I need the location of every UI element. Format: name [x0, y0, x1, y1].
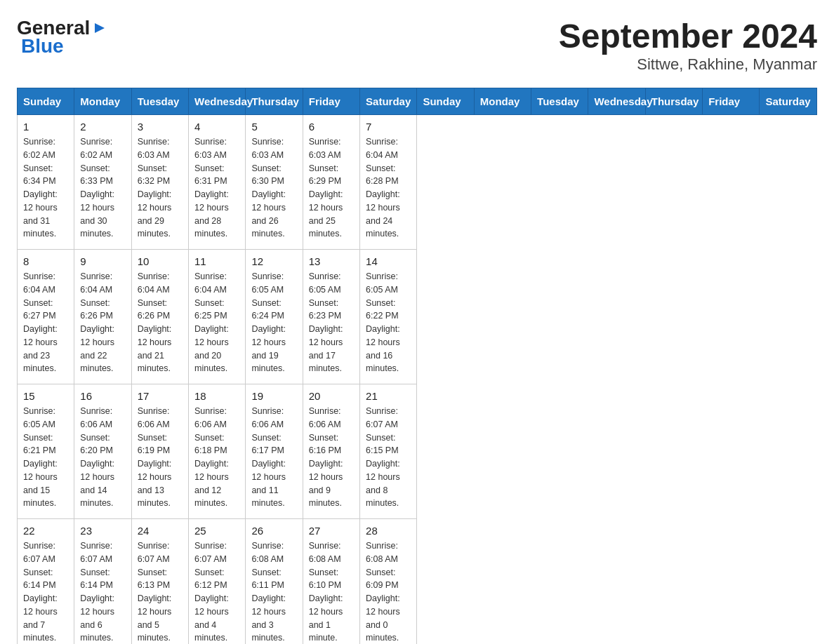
- calendar-cell: 11Sunrise: 6:04 AMSunset: 6:25 PMDayligh…: [189, 250, 246, 384]
- svg-marker-0: [95, 23, 105, 33]
- day-number: 16: [80, 390, 125, 402]
- calendar-cell: 7Sunrise: 6:04 AMSunset: 6:28 PMDaylight…: [360, 115, 417, 250]
- column-header-wednesday: Wednesday: [189, 88, 246, 115]
- day-info: Sunrise: 6:06 AMSunset: 6:18 PMDaylight:…: [194, 405, 239, 510]
- calendar-cell: 27Sunrise: 6:08 AMSunset: 6:10 PMDayligh…: [303, 519, 359, 645]
- day-info: Sunrise: 6:02 AMSunset: 6:34 PMDaylight:…: [23, 135, 68, 241]
- column-header-thursday: Thursday: [645, 88, 702, 115]
- day-number: 12: [251, 255, 296, 267]
- day-number: 13: [309, 255, 354, 267]
- day-info: Sunrise: 6:08 AMSunset: 6:10 PMDaylight:…: [309, 539, 354, 644]
- day-number: 26: [251, 525, 296, 537]
- column-header-friday: Friday: [703, 88, 760, 115]
- day-number: 28: [366, 525, 411, 537]
- day-number: 3: [138, 121, 183, 133]
- day-info: Sunrise: 6:03 AMSunset: 6:32 PMDaylight:…: [138, 135, 183, 241]
- calendar-cell: 4Sunrise: 6:03 AMSunset: 6:31 PMDaylight…: [189, 115, 246, 250]
- calendar-cell: 19Sunrise: 6:06 AMSunset: 6:17 PMDayligh…: [246, 384, 303, 519]
- calendar-cell: 22Sunrise: 6:07 AMSunset: 6:14 PMDayligh…: [18, 519, 74, 645]
- title-block: September 2024 Sittwe, Rakhine, Myanmar: [559, 17, 817, 74]
- column-header-saturday: Saturday: [360, 88, 417, 115]
- day-number: 27: [309, 525, 354, 537]
- calendar-cell: 3Sunrise: 6:03 AMSunset: 6:32 PMDaylight…: [131, 115, 188, 250]
- calendar-cell: 16Sunrise: 6:06 AMSunset: 6:20 PMDayligh…: [74, 384, 131, 519]
- day-info: Sunrise: 6:02 AMSunset: 6:33 PMDaylight:…: [80, 135, 125, 241]
- column-header-tuesday: Tuesday: [531, 88, 588, 115]
- day-number: 19: [251, 390, 296, 402]
- calendar-cell: 8Sunrise: 6:04 AMSunset: 6:27 PMDaylight…: [18, 250, 74, 384]
- day-number: 18: [194, 390, 239, 402]
- day-info: Sunrise: 6:06 AMSunset: 6:16 PMDaylight:…: [309, 405, 354, 510]
- day-number: 17: [138, 390, 183, 402]
- logo: General Blue: [17, 17, 107, 58]
- column-header-wednesday: Wednesday: [588, 88, 645, 115]
- day-info: Sunrise: 6:04 AMSunset: 6:25 PMDaylight:…: [194, 270, 239, 375]
- calendar-cell: 17Sunrise: 6:06 AMSunset: 6:19 PMDayligh…: [131, 384, 188, 519]
- calendar-week-row: 1Sunrise: 6:02 AMSunset: 6:34 PMDaylight…: [18, 115, 817, 250]
- page-title: September 2024: [559, 17, 817, 55]
- day-info: Sunrise: 6:04 AMSunset: 6:27 PMDaylight:…: [23, 270, 68, 375]
- day-info: Sunrise: 6:05 AMSunset: 6:22 PMDaylight:…: [366, 270, 411, 375]
- logo-blue-text: Blue: [21, 35, 64, 58]
- day-info: Sunrise: 6:04 AMSunset: 6:28 PMDaylight:…: [366, 135, 411, 241]
- day-number: 2: [80, 121, 125, 133]
- calendar-cell: 25Sunrise: 6:07 AMSunset: 6:12 PMDayligh…: [189, 519, 246, 645]
- day-info: Sunrise: 6:05 AMSunset: 6:21 PMDaylight:…: [23, 405, 68, 510]
- day-info: Sunrise: 6:06 AMSunset: 6:19 PMDaylight:…: [138, 405, 183, 510]
- calendar-week-row: 15Sunrise: 6:05 AMSunset: 6:21 PMDayligh…: [18, 384, 817, 519]
- day-number: 22: [23, 525, 68, 537]
- column-header-monday: Monday: [474, 88, 531, 115]
- day-number: 9: [80, 255, 125, 267]
- calendar-cell: 23Sunrise: 6:07 AMSunset: 6:14 PMDayligh…: [74, 519, 131, 645]
- day-info: Sunrise: 6:03 AMSunset: 6:31 PMDaylight:…: [194, 135, 239, 241]
- calendar-cell: 24Sunrise: 6:07 AMSunset: 6:13 PMDayligh…: [131, 519, 188, 645]
- logo-arrow-icon: [92, 20, 107, 39]
- column-header-sunday: Sunday: [417, 88, 474, 115]
- calendar-cell: 28Sunrise: 6:08 AMSunset: 6:09 PMDayligh…: [360, 519, 417, 645]
- day-info: Sunrise: 6:07 AMSunset: 6:14 PMDaylight:…: [23, 539, 68, 644]
- day-info: Sunrise: 6:05 AMSunset: 6:23 PMDaylight:…: [309, 270, 354, 375]
- calendar-cell: 6Sunrise: 6:03 AMSunset: 6:29 PMDaylight…: [303, 115, 359, 250]
- column-header-monday: Monday: [74, 88, 131, 115]
- calendar-week-row: 8Sunrise: 6:04 AMSunset: 6:27 PMDaylight…: [18, 250, 817, 384]
- page-header: General Blue September 2024 Sittwe, Rakh…: [17, 17, 817, 74]
- day-info: Sunrise: 6:03 AMSunset: 6:30 PMDaylight:…: [251, 135, 296, 241]
- calendar-cell: 10Sunrise: 6:04 AMSunset: 6:26 PMDayligh…: [131, 250, 188, 384]
- column-header-thursday: Thursday: [246, 88, 303, 115]
- calendar-week-row: 22Sunrise: 6:07 AMSunset: 6:14 PMDayligh…: [18, 519, 817, 645]
- day-number: 15: [23, 390, 68, 402]
- day-number: 10: [138, 255, 183, 267]
- day-info: Sunrise: 6:06 AMSunset: 6:20 PMDaylight:…: [80, 405, 125, 510]
- day-number: 4: [194, 121, 239, 133]
- column-header-sunday: Sunday: [18, 88, 74, 115]
- day-info: Sunrise: 6:03 AMSunset: 6:29 PMDaylight:…: [309, 135, 354, 241]
- day-number: 24: [138, 525, 183, 537]
- calendar-cell: 21Sunrise: 6:07 AMSunset: 6:15 PMDayligh…: [360, 384, 417, 519]
- calendar-cell: 15Sunrise: 6:05 AMSunset: 6:21 PMDayligh…: [18, 384, 74, 519]
- day-info: Sunrise: 6:06 AMSunset: 6:17 PMDaylight:…: [251, 405, 296, 510]
- day-number: 7: [366, 121, 411, 133]
- day-number: 25: [194, 525, 239, 537]
- calendar-cell: 13Sunrise: 6:05 AMSunset: 6:23 PMDayligh…: [303, 250, 359, 384]
- day-number: 6: [309, 121, 354, 133]
- calendar-cell: 5Sunrise: 6:03 AMSunset: 6:30 PMDaylight…: [246, 115, 303, 250]
- calendar-cell: 26Sunrise: 6:08 AMSunset: 6:11 PMDayligh…: [246, 519, 303, 645]
- calendar-cell: 20Sunrise: 6:06 AMSunset: 6:16 PMDayligh…: [303, 384, 359, 519]
- calendar-cell: 12Sunrise: 6:05 AMSunset: 6:24 PMDayligh…: [246, 250, 303, 384]
- day-number: 5: [251, 121, 296, 133]
- calendar-cell: 14Sunrise: 6:05 AMSunset: 6:22 PMDayligh…: [360, 250, 417, 384]
- day-info: Sunrise: 6:05 AMSunset: 6:24 PMDaylight:…: [251, 270, 296, 375]
- day-number: 14: [366, 255, 411, 267]
- day-number: 20: [309, 390, 354, 402]
- calendar-cell: 2Sunrise: 6:02 AMSunset: 6:33 PMDaylight…: [74, 115, 131, 250]
- day-number: 11: [194, 255, 239, 267]
- day-number: 1: [23, 121, 68, 133]
- column-header-friday: Friday: [303, 88, 359, 115]
- day-info: Sunrise: 6:04 AMSunset: 6:26 PMDaylight:…: [80, 270, 125, 375]
- day-number: 8: [23, 255, 68, 267]
- day-number: 23: [80, 525, 125, 537]
- day-info: Sunrise: 6:07 AMSunset: 6:14 PMDaylight:…: [80, 539, 125, 644]
- calendar-cell: 1Sunrise: 6:02 AMSunset: 6:34 PMDaylight…: [18, 115, 74, 250]
- day-info: Sunrise: 6:08 AMSunset: 6:09 PMDaylight:…: [366, 539, 411, 644]
- day-info: Sunrise: 6:07 AMSunset: 6:12 PMDaylight:…: [194, 539, 239, 644]
